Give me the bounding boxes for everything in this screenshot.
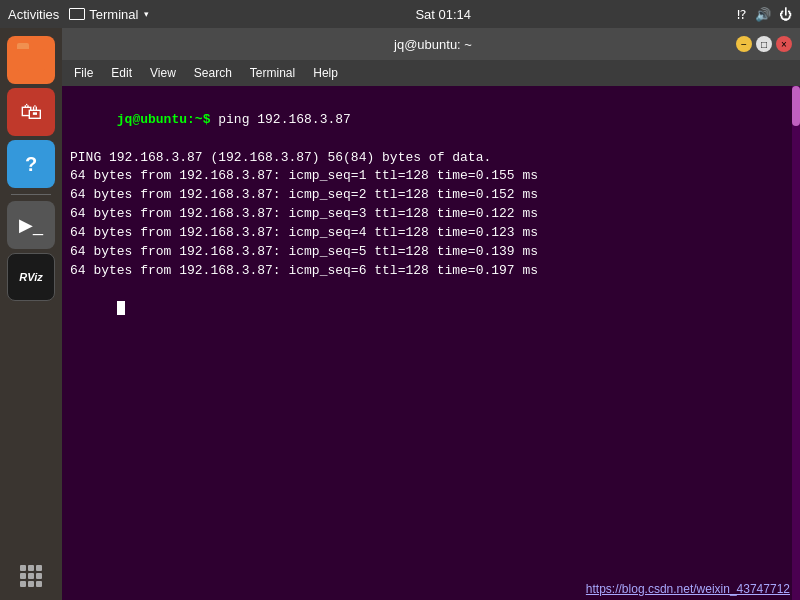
appstore-icon: 🛍	[20, 99, 42, 125]
terminal-titlebar: jq@ubuntu: ~ − □ ×	[62, 28, 800, 60]
terminal-scrollbar[interactable]	[792, 86, 800, 600]
network-question-icon: ⁉	[737, 7, 747, 22]
bottom-link[interactable]: https://blog.csdn.net/weixin_43747712	[586, 582, 790, 596]
terminal-line-3: 64 bytes from 192.168.3.87: icmp_seq=1 t…	[70, 167, 792, 186]
terminal-app-menu[interactable]: Terminal ▾	[69, 7, 149, 22]
terminal-cursor-line	[70, 280, 792, 337]
menu-help[interactable]: Help	[305, 64, 346, 82]
close-button[interactable]: ×	[776, 36, 792, 52]
system-bar: Activities Terminal ▾ Sat 01:14 ⁉ 🔊 ⏻	[0, 0, 800, 28]
terminal-content[interactable]: jq@ubuntu:~$ ping 192.168.3.87 PING 192.…	[62, 86, 800, 600]
terminal-line-5: 64 bytes from 192.168.3.87: icmp_seq=3 t…	[70, 205, 792, 224]
terminal-line-7: 64 bytes from 192.168.3.87: icmp_seq=5 t…	[70, 243, 792, 262]
terminal-window: jq@ubuntu: ~ − □ × File Edit View Search…	[62, 28, 800, 600]
terminal-line-6: 64 bytes from 192.168.3.87: icmp_seq=4 t…	[70, 224, 792, 243]
chevron-down-icon: ▾	[144, 9, 149, 19]
app-grid-icon	[20, 565, 42, 587]
menu-view[interactable]: View	[142, 64, 184, 82]
launcher-item-appgrid[interactable]	[7, 552, 55, 600]
terminal-prompt: jq@ubuntu:~$	[117, 112, 218, 127]
menu-file[interactable]: File	[66, 64, 101, 82]
monitor-icon	[69, 8, 85, 20]
terminal-command: ping 192.168.3.87	[218, 112, 351, 127]
window-controls: − □ ×	[736, 36, 792, 52]
system-bar-left: Activities Terminal ▾	[8, 7, 149, 22]
launcher-divider	[11, 194, 51, 195]
volume-icon[interactable]: 🔊	[755, 7, 771, 22]
launcher-item-help[interactable]: ?	[7, 140, 55, 188]
terminal-title: jq@ubuntu: ~	[130, 37, 736, 52]
terminal-icon: ▶_	[19, 214, 43, 236]
terminal-menu-label: Terminal	[89, 7, 138, 22]
terminal-menubar: File Edit View Search Terminal Help	[62, 60, 800, 86]
terminal-cursor	[117, 301, 125, 315]
launcher-item-terminal[interactable]: ▶_	[7, 201, 55, 249]
launcher-item-appstore[interactable]: 🛍	[7, 88, 55, 136]
help-icon: ?	[25, 153, 37, 176]
launcher-item-files[interactable]	[7, 36, 55, 84]
minimize-button[interactable]: −	[736, 36, 752, 52]
system-tray: ⁉ 🔊 ⏻	[737, 7, 792, 22]
menu-search[interactable]: Search	[186, 64, 240, 82]
terminal-line-8: 64 bytes from 192.168.3.87: icmp_seq=6 t…	[70, 262, 792, 281]
menu-edit[interactable]: Edit	[103, 64, 140, 82]
system-clock[interactable]: Sat 01:14	[415, 7, 471, 22]
terminal-line-2: PING 192.168.3.87 (192.168.3.87) 56(84) …	[70, 149, 792, 168]
folder-icon	[17, 49, 45, 71]
menu-terminal[interactable]: Terminal	[242, 64, 303, 82]
power-icon[interactable]: ⏻	[779, 7, 792, 22]
launcher-item-rviz[interactable]: RViz	[7, 253, 55, 301]
rviz-icon: RViz	[19, 271, 42, 283]
terminal-line-4: 64 bytes from 192.168.3.87: icmp_seq=2 t…	[70, 186, 792, 205]
unity-launcher: 🛍 ? ▶_ RViz	[0, 28, 62, 600]
maximize-button[interactable]: □	[756, 36, 772, 52]
terminal-line-1: jq@ubuntu:~$ ping 192.168.3.87	[70, 92, 792, 149]
scrollbar-thumb[interactable]	[792, 86, 800, 126]
activities-button[interactable]: Activities	[8, 7, 59, 22]
